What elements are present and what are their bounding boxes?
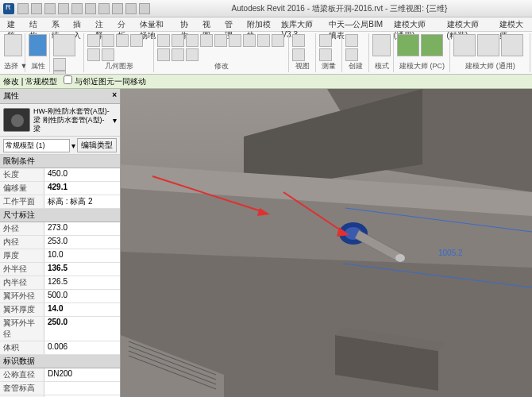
prop-row[interactable]: 翼环外径500.0 — [0, 290, 120, 303]
clip-icon[interactable] — [53, 58, 66, 71]
prop-row[interactable]: 偏移量429.1 — [0, 182, 120, 195]
tab-famlib[interactable]: 族库大师V3.3 — [277, 17, 323, 31]
qat-icon[interactable] — [85, 3, 96, 14]
tab-sys[interactable]: 系统 — [48, 17, 68, 31]
qat-icon[interactable] — [125, 3, 137, 14]
prop-value[interactable]: 253.0 — [44, 236, 120, 249]
mod-icon[interactable] — [214, 34, 227, 47]
tab-master1[interactable]: 建模大师 (通用) — [390, 17, 441, 31]
tab-struct[interactable]: 结构 — [25, 17, 46, 31]
measure-icon[interactable] — [319, 48, 332, 61]
tab-collab[interactable]: 协作 — [176, 17, 197, 31]
prop-row[interactable]: 翼环外半径250.0 — [0, 317, 120, 341]
close-icon[interactable]: × — [112, 91, 117, 102]
mod-icon[interactable] — [257, 34, 270, 47]
tab-arch[interactable]: 建筑 — [3, 17, 24, 31]
prop-group-header[interactable]: 尺寸标注 — [0, 209, 120, 222]
qat-icon[interactable] — [112, 3, 123, 14]
prop-row[interactable]: 外半径136.5 — [0, 263, 120, 276]
prop-value[interactable]: 273.0 — [44, 222, 120, 235]
tab-view[interactable]: 视图 — [199, 17, 219, 31]
type-selector[interactable]: HW-刚性防水套管(A型)-梁 刚性防水套管(A型)-梁 ▾ — [0, 104, 120, 137]
prop-value[interactable]: 126.5 — [44, 276, 120, 289]
prop-row[interactable]: 体积0.006 — [0, 341, 120, 355]
mod-icon[interactable] — [172, 34, 184, 47]
geom-icon[interactable] — [130, 34, 143, 47]
qat-icon[interactable] — [58, 3, 69, 14]
gen-icon[interactable] — [501, 34, 523, 56]
create-icon[interactable] — [345, 48, 358, 61]
chevron-down-icon[interactable]: ▾ — [71, 141, 75, 150]
gen-icon[interactable] — [453, 34, 476, 56]
mod-icon[interactable] — [200, 34, 213, 47]
prop-value[interactable]: 0.006 — [44, 341, 120, 354]
property-list[interactable]: 限制条件长度450.0偏移量429.1工作平面标高 : 标高 2尺寸标注外径27… — [0, 155, 120, 397]
prop-row[interactable]: 长度450.0 — [0, 168, 120, 182]
prop-value[interactable] — [44, 382, 120, 395]
prop-value[interactable]: 250.0 — [44, 317, 120, 341]
prop-row[interactable]: 内径253.0 — [0, 236, 120, 249]
modify-icon[interactable] — [4, 34, 22, 56]
tab-bim[interactable]: 中天—公局BIM填表 — [325, 17, 387, 31]
mod-icon[interactable] — [186, 48, 199, 61]
prop-value[interactable]: 450.0 — [44, 168, 120, 181]
prop-value[interactable]: 500.0 — [44, 290, 120, 303]
edit-type-button[interactable]: 编辑类型 — [77, 138, 117, 152]
prop-row[interactable]: 外径273.0 — [0, 222, 120, 236]
view-icon[interactable] — [292, 34, 305, 47]
prop-value[interactable]: 10.0 — [44, 249, 120, 262]
prop-value[interactable]: 14.0 — [44, 303, 120, 316]
prop-value[interactable]: 标高 : 标高 2 — [44, 195, 120, 208]
mod-icon[interactable] — [157, 34, 170, 47]
tab-addin[interactable]: 附加模块 — [243, 17, 276, 31]
tab-analyze[interactable]: 分析 — [114, 17, 134, 31]
geom-icon[interactable] — [116, 34, 129, 47]
mod-icon[interactable] — [229, 34, 241, 47]
mod-icon[interactable] — [172, 48, 184, 61]
view-icon[interactable] — [292, 48, 305, 61]
geom-icon[interactable] — [87, 48, 100, 61]
prop-row[interactable]: 套管标高 — [0, 382, 120, 395]
instance-selector[interactable]: 常规模型 (1) — [3, 139, 70, 152]
mod-icon[interactable] — [186, 34, 199, 47]
tab-mass[interactable]: 体量和场地 — [136, 17, 175, 31]
prop-row[interactable]: 公称直径DN200 — [0, 368, 120, 382]
move-with-nearby-checkbox[interactable] — [64, 75, 72, 84]
qat-icon[interactable] — [98, 3, 110, 14]
tab-master3[interactable]: 建模大师 — [495, 17, 529, 31]
prop-row[interactable]: 厚度10.0 — [0, 249, 120, 263]
geom-icon[interactable] — [102, 34, 114, 47]
prop-row[interactable]: 内半径126.5 — [0, 276, 120, 290]
tab-annot[interactable]: 注释 — [91, 17, 112, 31]
qat-icon[interactable] — [31, 3, 42, 14]
prop-group-header[interactable]: 标识数据 — [0, 355, 120, 368]
editfam-icon[interactable] — [372, 34, 391, 56]
prop-group-header[interactable]: 限制条件 — [0, 155, 120, 168]
pc-icon[interactable] — [397, 34, 419, 56]
prop-row[interactable]: 翼环厚度14.0 — [0, 303, 120, 317]
optbar-checkbox-label[interactable]: 与邻近图元一同移动 — [64, 75, 146, 87]
props-icon[interactable] — [29, 34, 47, 56]
tab-manage[interactable]: 管理 — [221, 17, 241, 31]
geom-icon[interactable] — [102, 48, 114, 61]
3d-viewport[interactable]: 1005.2 — [121, 89, 532, 397]
mod-icon[interactable] — [272, 34, 284, 47]
pc-icon[interactable] — [421, 34, 443, 56]
geom-icon[interactable] — [87, 34, 100, 47]
prop-row[interactable]: 工作平面标高 : 标高 2 — [0, 195, 120, 209]
tab-insert[interactable]: 插入 — [69, 17, 90, 31]
measure-icon[interactable] — [319, 34, 332, 47]
paste-icon[interactable] — [53, 34, 75, 56]
qat-icon[interactable] — [44, 3, 56, 14]
prop-value[interactable]: 136.5 — [44, 263, 120, 276]
mod-icon[interactable] — [157, 48, 170, 61]
mod-icon[interactable] — [243, 34, 256, 47]
qat-icon[interactable] — [139, 3, 150, 14]
prop-value[interactable]: DN200 — [44, 368, 120, 381]
chevron-down-icon[interactable]: ▾ — [113, 116, 117, 125]
gen-icon[interactable] — [477, 34, 499, 56]
tab-master2[interactable]: 建模大师 (精装) — [443, 17, 495, 31]
create-icon[interactable] — [345, 34, 358, 47]
qat-icon[interactable] — [17, 3, 29, 14]
prop-value[interactable]: 429.1 — [44, 182, 120, 195]
